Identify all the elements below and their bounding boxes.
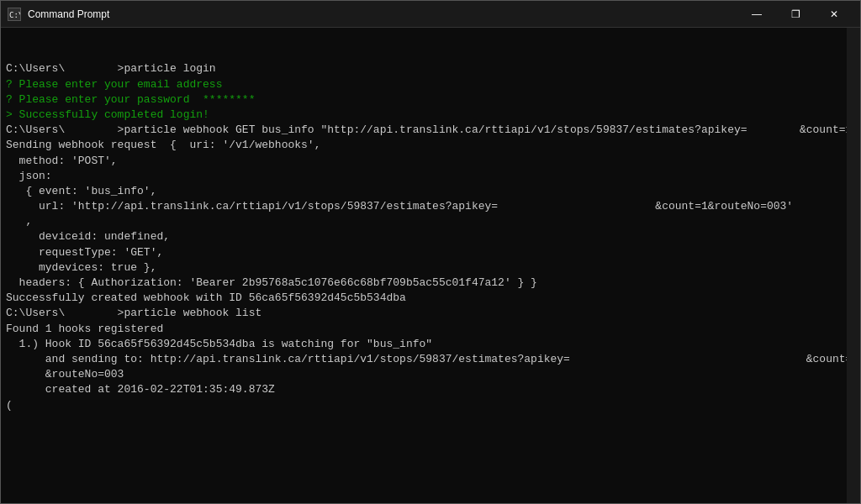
terminal-line: ( [6, 398, 842, 413]
cmd-window: C:\ Command Prompt — ❐ ✕ C:\Users\ >part… [0, 0, 861, 504]
terminal-line: and sending to: http://api.translink.ca/… [6, 352, 842, 367]
titlebar: C:\ Command Prompt — ❐ ✕ [1, 1, 860, 28]
terminal-line: headers: { Authorization: 'Bearer 2b9576… [6, 276, 842, 291]
terminal-line: Successfully created webhook with ID 56c… [6, 291, 842, 306]
terminal-line: > Successfully completed login! [6, 108, 842, 123]
terminal-line: mydevices: true }, [6, 260, 842, 276]
svg-text:C:\: C:\ [9, 11, 20, 19]
terminal-line: json: [6, 169, 842, 184]
terminal-line: ? Please enter your email address [6, 77, 842, 92]
close-button[interactable]: ✕ [815, 1, 853, 28]
terminal-line: , [6, 214, 842, 229]
terminal-line: deviceid: undefined, [6, 229, 842, 244]
terminal-line: C:\Users\ >particle login [6, 61, 842, 76]
terminal-line: Found 1 hooks registered [6, 322, 842, 337]
terminal-container: C:\Users\ >particle login? Please enter … [1, 28, 860, 503]
terminal-line: C:\Users\ >particle webhook list [6, 306, 842, 321]
terminal-line: { event: 'bus_info', [6, 184, 842, 199]
terminal-line: method: 'POST', [6, 154, 842, 169]
terminal-line: &routeNo=003 [6, 367, 842, 382]
terminal-line: ? Please enter your password ******** [6, 92, 842, 108]
terminal-line: C:\Users\ >particle webhook GET bus_info… [6, 123, 842, 138]
window-controls: — ❐ ✕ [737, 1, 853, 28]
terminal-line: 1.) Hook ID 56ca65f56392d45c5b534dba is … [6, 337, 842, 352]
terminal-line: created at 2016-02-22T01:35:49.873Z [6, 382, 842, 397]
cmd-icon: C:\ [8, 8, 21, 21]
minimize-button[interactable]: — [737, 1, 776, 28]
window-title: Command Prompt [28, 8, 737, 20]
terminal-output[interactable]: C:\Users\ >particle login? Please enter … [1, 28, 847, 503]
terminal-line: Sending webhook request { uri: '/v1/webh… [6, 138, 842, 153]
terminal-line: url: 'http://api.translink.ca/rttiapi/v1… [6, 199, 842, 214]
terminal-line: requestType: 'GET', [6, 245, 842, 260]
maximize-button[interactable]: ❐ [776, 1, 815, 28]
scrollbar[interactable] [847, 28, 860, 503]
